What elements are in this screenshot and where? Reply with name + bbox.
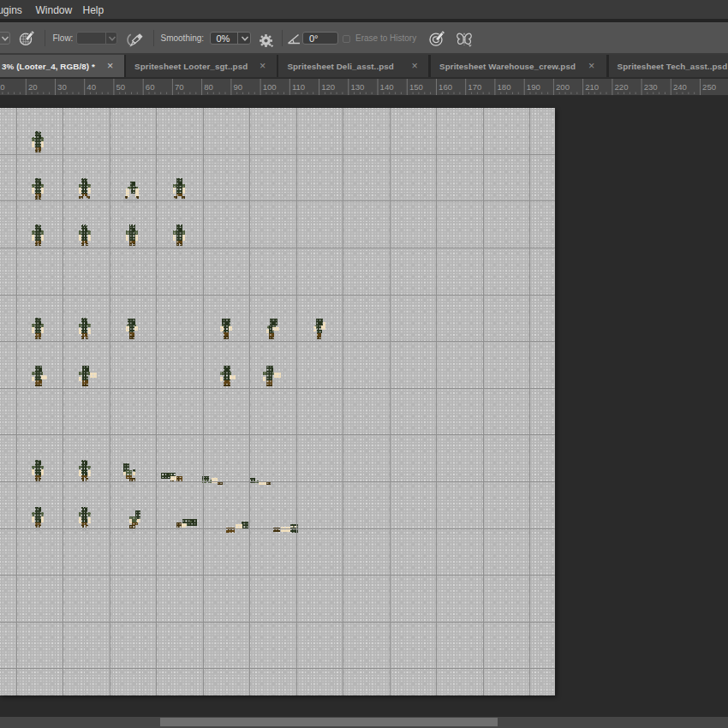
svg-text:190: 190: [527, 82, 540, 92]
svg-text:220: 220: [615, 82, 629, 92]
svg-text:170: 170: [468, 82, 481, 92]
svg-text:200: 200: [556, 82, 570, 92]
svg-text:250: 250: [702, 82, 716, 92]
svg-text:60: 60: [146, 82, 155, 92]
svg-text:140: 140: [380, 82, 394, 92]
svg-text:230: 230: [644, 82, 658, 92]
svg-text:50: 50: [116, 82, 126, 92]
svg-text:10: 10: [0, 82, 5, 92]
svg-text:130: 130: [350, 82, 364, 92]
svg-text:150: 150: [409, 82, 423, 92]
svg-text:110: 110: [292, 82, 305, 92]
svg-text:20: 20: [28, 82, 38, 92]
svg-text:70: 70: [175, 82, 184, 92]
svg-text:180: 180: [498, 82, 511, 92]
svg-text:40: 40: [87, 82, 96, 92]
svg-text:30: 30: [57, 82, 67, 92]
svg-text:90: 90: [234, 82, 243, 92]
svg-text:80: 80: [204, 82, 213, 92]
svg-text:210: 210: [585, 82, 599, 92]
svg-text:240: 240: [673, 82, 687, 92]
svg-text:120: 120: [321, 82, 335, 92]
svg-text:160: 160: [439, 82, 452, 92]
svg-text:100: 100: [263, 82, 277, 92]
